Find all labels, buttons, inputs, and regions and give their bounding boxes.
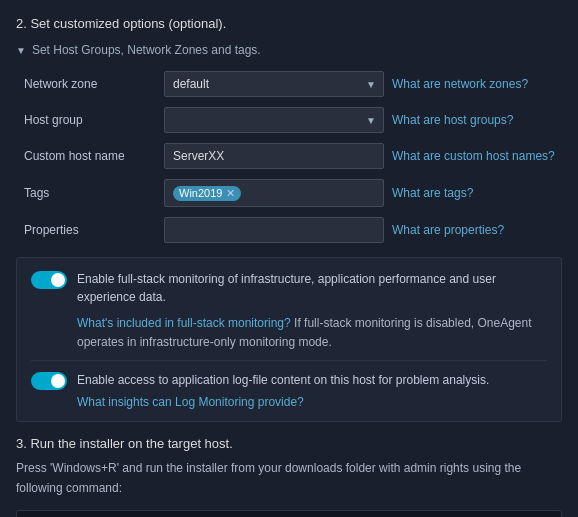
properties-help-link[interactable]: What are properties?	[392, 223, 562, 237]
tags-help-link[interactable]: What are tags?	[392, 186, 562, 200]
collapsible-header[interactable]: ▼ Set Host Groups, Network Zones and tag…	[16, 43, 562, 57]
toggle1-row: Enable full-stack monitoring of infrastr…	[31, 270, 547, 306]
log-monitoring-toggle[interactable]	[31, 372, 67, 390]
custom-host-name-input[interactable]	[164, 143, 384, 169]
network-zone-help-link[interactable]: What are network zones?	[392, 77, 562, 91]
toggle-divider	[31, 360, 547, 371]
host-group-select[interactable]	[164, 107, 384, 133]
command-box: .\Dynatrace-OneAgent-Windows-1.253.245.e…	[16, 510, 562, 517]
section3-description: Press 'Windows+R' and run the installer …	[16, 459, 562, 497]
log-monitoring-help-link[interactable]: What insights can Log Monitoring provide…	[77, 395, 304, 409]
section3-title: 3. Run the installer on the target host.	[16, 436, 562, 451]
toggle1-link-row: What's included in full-stack monitoring…	[31, 314, 547, 352]
toggle2-text: Enable access to application log-file co…	[77, 371, 489, 389]
fullstack-toggle[interactable]	[31, 271, 67, 289]
properties-input[interactable]	[164, 217, 384, 243]
tags-label: Tags	[16, 186, 156, 200]
toggle1-text: Enable full-stack monitoring of infrastr…	[77, 270, 547, 306]
custom-host-name-help-link[interactable]: What are custom host names?	[392, 149, 562, 163]
tag-value: Win2019	[179, 187, 222, 199]
options-form: Network zone default ▼ What are network …	[16, 71, 562, 243]
tag-win2019: Win2019 ✕	[173, 186, 241, 201]
fullstack-help-link[interactable]: What's included in full-stack monitoring…	[77, 316, 291, 330]
properties-label: Properties	[16, 223, 156, 237]
tag-close-icon[interactable]: ✕	[226, 187, 235, 200]
chevron-down-icon: ▼	[16, 45, 26, 56]
host-group-select-wrapper: ▼	[164, 107, 384, 133]
toggle-section: Enable full-stack monitoring of infrastr…	[16, 257, 562, 422]
toggle2-row: Enable access to application log-file co…	[31, 371, 547, 390]
collapsible-label: Set Host Groups, Network Zones and tags.	[32, 43, 261, 57]
network-zone-select[interactable]: default	[164, 71, 384, 97]
network-zone-label: Network zone	[16, 77, 156, 91]
tags-input[interactable]: Win2019 ✕	[164, 179, 384, 207]
network-zone-select-wrapper: default ▼	[164, 71, 384, 97]
section2-title: 2. Set customized options (optional).	[16, 16, 562, 31]
host-group-label: Host group	[16, 113, 156, 127]
host-group-help-link[interactable]: What are host groups?	[392, 113, 562, 127]
custom-host-name-label: Custom host name	[16, 149, 156, 163]
